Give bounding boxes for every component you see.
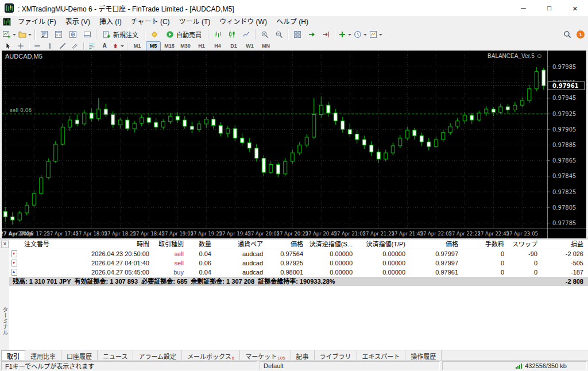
vertical-line-button[interactable]	[44, 41, 56, 51]
svg-text:27 Apr 22:25: 27 Apr 22:25	[449, 231, 481, 237]
menu-item[interactable]: ヘルプ (H)	[272, 16, 313, 28]
statusbar-profile[interactable]: Default	[260, 361, 440, 370]
indicators-button[interactable]	[338, 28, 352, 41]
timeframe-button[interactable]: D1	[226, 41, 241, 51]
tab-label: 操作履歴	[411, 351, 436, 361]
navigator-button[interactable]	[66, 28, 79, 41]
data-window-button[interactable]	[52, 28, 65, 41]
candlestick-icon	[228, 30, 236, 38]
chevron-down-icon	[379, 34, 382, 36]
auto-scroll-button[interactable]	[305, 28, 318, 41]
menu-item[interactable]: 挿入 (I)	[95, 16, 126, 28]
order-stop-loss: 0.00000	[308, 258, 357, 268]
column-header[interactable]: 価格	[268, 239, 308, 249]
templates-button[interactable]	[369, 28, 383, 41]
order-profit: -2 026	[542, 249, 588, 258]
column-header[interactable]: 注文番号	[22, 239, 62, 249]
column-header[interactable]: 決済指値(T/P)	[357, 239, 410, 249]
ea-label[interactable]: BALANCEA_Ver.5 ☺	[488, 52, 543, 59]
column-header[interactable]: 数量	[188, 239, 216, 249]
column-header[interactable]: 損益	[542, 239, 588, 249]
svg-text:0.97961: 0.97961	[552, 83, 579, 89]
menu-item[interactable]: 表示 (V)	[61, 16, 95, 28]
arrow-tools-button[interactable]	[111, 41, 125, 51]
autotrading-label: 自動売買	[176, 30, 202, 39]
timeframe-button[interactable]: MN	[258, 41, 273, 51]
notifications-badge[interactable]: 1	[577, 30, 585, 38]
svg-text:27 Apr 19:25: 27 Apr 19:25	[191, 231, 222, 237]
order-row[interactable]: 2026.04.23 20:50:00 sell 0.04 audcad 0.9…	[9, 249, 588, 258]
crosshair-button[interactable]	[15, 41, 26, 51]
chart-bars-button[interactable]	[211, 28, 224, 41]
auto-scroll-icon	[308, 30, 316, 38]
column-header[interactable]: 通貨ペア	[216, 239, 268, 249]
close-button[interactable]: ×	[562, 0, 588, 16]
chevron-down-icon	[121, 45, 124, 47]
tile-windows-button[interactable]	[291, 28, 304, 41]
new-order-button[interactable]: 新規注文	[99, 28, 142, 41]
cursor-button[interactable]	[2, 41, 14, 51]
order-row[interactable]: 2026.04.27 04:01:40 sell 0.06 audcad 0.9…	[9, 258, 588, 268]
maximize-button[interactable]: □	[536, 0, 562, 16]
tab-label: エキスパート	[362, 351, 400, 361]
terminal-close-button[interactable]: ×	[1, 241, 9, 248]
column-header[interactable]: 手数料	[463, 239, 509, 249]
text-tool-icon: A	[102, 42, 106, 49]
periods-button[interactable]	[353, 28, 368, 41]
column-header[interactable]: 価格	[410, 239, 463, 249]
channel-button[interactable]	[69, 41, 81, 51]
trendline-button[interactable]	[57, 41, 68, 51]
text-tool-button[interactable]: A	[99, 41, 110, 51]
chart-candles-button[interactable]	[225, 28, 238, 41]
svg-text:27 Apr 19:45: 27 Apr 19:45	[219, 231, 251, 237]
zoom-in-button[interactable]	[258, 28, 271, 41]
svg-text:0.97985: 0.97985	[552, 64, 576, 70]
terminal-side-label[interactable]: ターミナル	[1, 307, 9, 335]
app-icon	[5, 3, 14, 13]
metaeditor-button[interactable]	[148, 28, 161, 41]
timeframe-button[interactable]: M1	[130, 41, 145, 51]
terminal-button[interactable]	[80, 28, 94, 41]
svg-text:27 Apr 23:05: 27 Apr 23:05	[506, 231, 538, 237]
menu-item[interactable]: ツール (T)	[175, 16, 215, 28]
column-header[interactable]: 時間	[62, 239, 154, 249]
timeframe-button[interactable]: M15	[162, 41, 177, 51]
separator	[96, 29, 96, 40]
timeframe-button[interactable]: M5	[146, 41, 161, 51]
connection-bars-icon	[516, 363, 522, 369]
order-time: 2026.04.27 04:01:40	[62, 258, 154, 268]
chevron-down-icon	[28, 34, 32, 36]
menu-item[interactable]: ファイル (F)	[13, 16, 61, 28]
timeframe-button[interactable]: H1	[194, 41, 209, 51]
menu-item[interactable]: チャート (C)	[126, 16, 175, 28]
timeframe-button[interactable]: M30	[178, 41, 193, 51]
timeframe-button[interactable]: W1	[242, 41, 257, 51]
zoom-out-button[interactable]	[272, 28, 285, 41]
new-chart-button[interactable]	[2, 28, 17, 41]
chart-shift-button[interactable]	[319, 28, 332, 41]
menu-item[interactable]: ウィンドウ (W)	[215, 16, 272, 28]
standard-toolbar: 新規注文 自動売買	[0, 28, 588, 42]
chart-window[interactable]: 0.979850.979650.979450.979250.979050.978…	[2, 51, 586, 238]
column-header[interactable]: 決済逆指値(S...	[308, 239, 357, 249]
svg-text:0.97785: 0.97785	[552, 220, 576, 226]
column-header[interactable]: 取引種別	[154, 239, 188, 249]
order-ticket	[22, 249, 62, 258]
search-button[interactable]	[560, 28, 574, 41]
autotrading-button[interactable]: 自動売買	[162, 28, 206, 41]
statusbar-connection: 432556/350 kb	[442, 361, 587, 370]
header-icon-cell	[9, 239, 22, 249]
order-row[interactable]: 2026.04.27 05:45:00 buy 0.04 audcad 0.98…	[9, 268, 588, 277]
market-watch-button[interactable]	[37, 28, 51, 41]
price-chart[interactable]: 0.979850.979650.979450.979250.979050.978…	[2, 51, 586, 238]
minimize-button[interactable]: ─	[510, 0, 536, 16]
profiles-button[interactable]	[18, 28, 32, 41]
timeframe-button[interactable]: H4	[210, 41, 225, 51]
fibonacci-button[interactable]	[86, 41, 98, 51]
ea-smiley-icon[interactable]: ☺	[536, 52, 543, 59]
window-controls: ─ □ ×	[510, 0, 588, 16]
horizontal-line-button[interactable]	[32, 41, 43, 51]
chart-line-button[interactable]	[239, 28, 253, 41]
svg-text:27 Apr 17:45: 27 Apr 17:45	[47, 231, 79, 237]
column-header[interactable]: スワップ	[509, 239, 542, 249]
